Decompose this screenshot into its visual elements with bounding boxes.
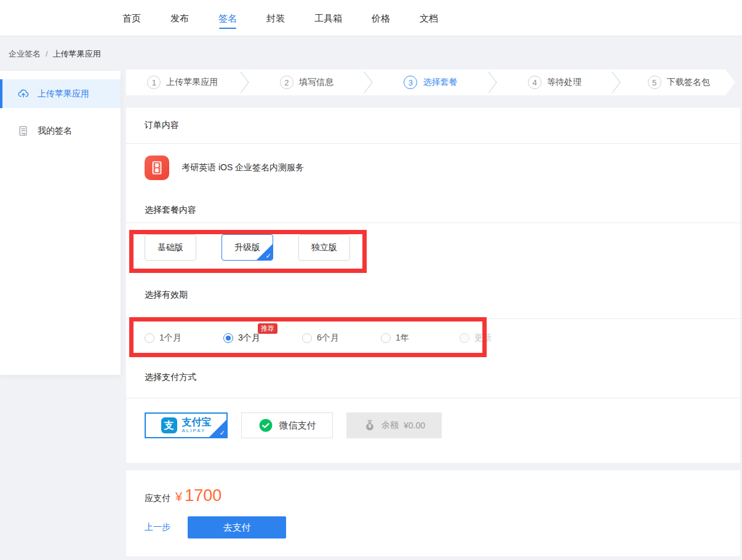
validity-option-label: 1个月 bbox=[159, 333, 182, 344]
step-5: 5下载签名包 bbox=[622, 69, 735, 95]
balance-label: 余额 bbox=[381, 420, 399, 431]
package-option-label: 基础版 bbox=[158, 242, 183, 253]
step-2: 2填写信息 bbox=[250, 69, 364, 95]
nav-item[interactable]: 价格 bbox=[372, 0, 390, 36]
step-separator-icon bbox=[363, 69, 374, 95]
step-4: 4等待处理 bbox=[498, 69, 612, 95]
go-pay-button[interactable]: 去支付 bbox=[188, 516, 286, 538]
top-navbar: 首页发布签名封装工具箱价格文档 bbox=[0, 0, 742, 36]
step-label: 上传苹果应用 bbox=[166, 77, 218, 88]
alipay-subname: ALIPAY bbox=[182, 428, 212, 433]
nav-item[interactable]: 首页 bbox=[122, 0, 141, 36]
validity-option-label: 6个月 bbox=[317, 333, 339, 344]
radio-icon bbox=[381, 333, 391, 343]
step-number: 4 bbox=[528, 76, 541, 89]
step-1: 1上传苹果应用 bbox=[126, 69, 239, 95]
nav-item[interactable]: 封装 bbox=[266, 0, 285, 36]
amount-due-line: 应支付 ¥ 1700 bbox=[126, 470, 740, 505]
step-label: 下载签名包 bbox=[667, 77, 710, 88]
wechat-pay-icon bbox=[258, 418, 273, 433]
step-separator-icon bbox=[487, 69, 498, 95]
alipay-logo-icon: 支 bbox=[161, 417, 177, 433]
validity-option[interactable]: 6个月 bbox=[302, 333, 381, 344]
package-option[interactable]: 独立版 bbox=[298, 234, 350, 261]
app-name: 考研英语 iOS 企业签名内测服务 bbox=[182, 162, 304, 173]
alipay-name: 支付宝 bbox=[182, 417, 212, 427]
sidebar: 上传苹果应用我的签名 bbox=[0, 71, 121, 375]
breadcrumb-current: 上传苹果应用 bbox=[53, 49, 101, 58]
validity-option: 更新 bbox=[460, 333, 538, 344]
radio-icon bbox=[145, 333, 154, 343]
nav-items: 首页发布签名封装工具箱价格文档 bbox=[0, 0, 742, 36]
step-number: 5 bbox=[648, 76, 661, 89]
radio-icon bbox=[223, 333, 233, 343]
sidebar-item-label: 我的签名 bbox=[38, 125, 72, 136]
step-3: 3选择套餐 bbox=[374, 69, 487, 95]
step-label: 等待处理 bbox=[547, 77, 581, 88]
validity-option-label: 更新 bbox=[474, 333, 492, 344]
alipay-label: 支付宝 ALIPAY bbox=[182, 417, 212, 433]
validity-option-label: 1年 bbox=[396, 333, 409, 344]
film-app-icon bbox=[145, 156, 169, 180]
sidebar-item-label: 上传苹果应用 bbox=[38, 89, 89, 100]
step-number: 2 bbox=[280, 76, 293, 89]
validity-option[interactable]: 1年 bbox=[381, 333, 460, 344]
amount-due-value: 1700 bbox=[185, 486, 221, 505]
checkout-card: 应支付 ¥ 1700 上一步 去支付 bbox=[126, 470, 740, 556]
sidebar-item[interactable]: 上传苹果应用 bbox=[0, 79, 121, 108]
balance-amount: ¥0.00 bbox=[404, 420, 425, 430]
step-label: 选择套餐 bbox=[423, 77, 457, 88]
currency-symbol: ¥ bbox=[175, 490, 182, 504]
validity-section-title: 选择有效期 bbox=[126, 272, 740, 319]
step-label: 填写信息 bbox=[299, 77, 333, 88]
validity-option[interactable]: 3个月推荐 bbox=[223, 333, 302, 344]
checkout-actions: 上一步 去支付 bbox=[126, 516, 740, 538]
package-option[interactable]: 升级版✓ bbox=[221, 234, 273, 261]
breadcrumb: 企业签名/上传苹果应用 bbox=[9, 49, 101, 60]
package-option-label: 独立版 bbox=[311, 242, 337, 253]
balance-payment-option: ¥ 余额 ¥0.00 bbox=[346, 412, 442, 438]
payment-section-title: 选择支付方式 bbox=[126, 357, 740, 398]
validity-option[interactable]: 1个月 bbox=[145, 333, 223, 344]
package-option[interactable]: 基础版 bbox=[145, 234, 196, 261]
step-separator-icon bbox=[239, 69, 250, 95]
order-card: 订单内容 考研英语 iOS 企业签名内测服务 选择套餐内容 基础版升级版✓独立版… bbox=[126, 108, 740, 463]
step-number: 1 bbox=[147, 76, 161, 89]
check-icon: ✓ bbox=[266, 252, 271, 260]
breadcrumb-separator: / bbox=[46, 49, 48, 58]
previous-step-link[interactable]: 上一步 bbox=[145, 522, 170, 533]
payment-options: 支 支付宝 ALIPAY ✓ 微信支付 ¥ bbox=[126, 398, 740, 463]
check-icon: ✓ bbox=[220, 429, 225, 437]
radio-icon bbox=[460, 333, 469, 343]
breadcrumb-parent[interactable]: 企业签名 bbox=[9, 49, 41, 58]
order-section-title: 订单内容 bbox=[126, 108, 740, 144]
signature-icon bbox=[17, 125, 30, 137]
package-section-title: 选择套餐内容 bbox=[126, 197, 740, 223]
steps-bar: 1上传苹果应用2填写信息3选择套餐4等待处理5下载签名包 bbox=[126, 69, 735, 95]
validity-options: 1个月3个月推荐6个月1年更新 bbox=[126, 319, 740, 357]
page: { "colors": { "primary_blue": "#2e80ec",… bbox=[0, 0, 742, 560]
amount-due-label: 应支付 bbox=[145, 493, 170, 504]
svg-text:¥: ¥ bbox=[369, 424, 372, 429]
wechat-payment-option[interactable]: 微信支付 bbox=[241, 412, 333, 438]
nav-item[interactable]: 文档 bbox=[420, 0, 438, 36]
recommend-badge: 推荐 bbox=[258, 323, 277, 334]
step-separator-icon bbox=[611, 69, 622, 95]
nav-item[interactable]: 工具箱 bbox=[314, 0, 342, 36]
package-options: 基础版升级版✓独立版 bbox=[126, 223, 740, 272]
nav-item[interactable]: 发布 bbox=[170, 0, 189, 36]
sidebar-item[interactable]: 我的签名 bbox=[0, 116, 121, 145]
nav-item[interactable]: 签名 bbox=[218, 0, 237, 36]
wechat-label: 微信支付 bbox=[279, 420, 316, 432]
radio-icon bbox=[302, 333, 312, 343]
money-bag-icon: ¥ bbox=[363, 419, 377, 432]
cloud-upload-icon bbox=[17, 88, 30, 100]
order-item: 考研英语 iOS 企业签名内测服务 bbox=[126, 144, 740, 197]
validity-option-label: 3个月 bbox=[238, 333, 260, 344]
step-number: 3 bbox=[404, 76, 417, 89]
alipay-payment-option[interactable]: 支 支付宝 ALIPAY ✓ bbox=[145, 412, 228, 438]
